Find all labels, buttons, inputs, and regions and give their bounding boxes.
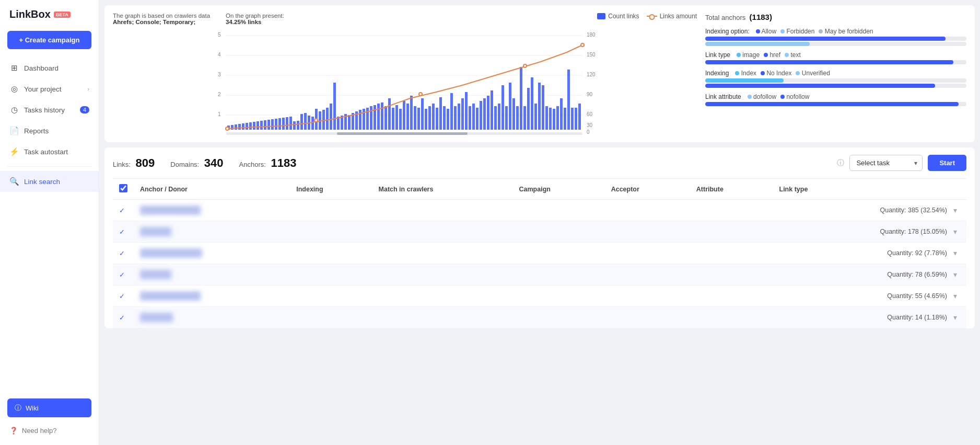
acceptor-cell <box>605 200 690 221</box>
svg-text:0: 0 <box>587 129 590 135</box>
wiki-button[interactable]: ⓘ Wiki <box>7 398 91 417</box>
stat-row-link-type: Link type image href text <box>705 51 966 64</box>
svg-rect-75 <box>436 108 438 130</box>
svg-rect-26 <box>256 121 259 130</box>
svg-rect-100 <box>527 88 530 130</box>
indexing-cell <box>290 221 372 243</box>
anchor-cell: a blurred <box>134 307 290 328</box>
anchor-cell: blurred anchor long <box>134 243 290 264</box>
svg-rect-101 <box>531 77 533 130</box>
index-dot <box>735 71 739 75</box>
image-dot <box>737 53 741 57</box>
sidebar-item-link-search[interactable]: 🔍 Link search <box>0 171 99 192</box>
svg-rect-91 <box>494 106 497 130</box>
link-type-cell: Quantity: 92 (7.78%) ▾ <box>773 243 966 264</box>
sidebar-item-dashboard[interactable]: ⊞ Dashboard <box>0 58 99 78</box>
col-link-type: Link type <box>773 179 966 200</box>
expand-row-button[interactable]: ▾ <box>950 291 960 301</box>
select-task-dropdown[interactable]: Select task <box>849 155 923 171</box>
top-panel: The graph is based on crawlers data Ahre… <box>104 5 975 142</box>
row-check-cell[interactable]: ✓ <box>113 200 134 221</box>
svg-text:180: 180 <box>587 32 596 38</box>
svg-rect-33 <box>282 118 285 130</box>
chart-svg: 5 4 3 2 1 180 150 120 90 60 30 0 <box>113 30 697 135</box>
svg-rect-79 <box>450 93 453 130</box>
expand-row-button[interactable]: ▾ <box>950 248 960 258</box>
image-bar-track <box>705 60 966 64</box>
sidebar-item-reports[interactable]: 📄 Reports <box>0 120 99 141</box>
row-check-cell[interactable]: ✓ <box>113 264 134 286</box>
svg-rect-86 <box>476 108 479 130</box>
sidebar-bottom: ⓘ Wiki ❓ Need help? <box>0 389 99 445</box>
chart-visualization: 5 4 3 2 1 180 150 120 90 60 30 0 <box>113 30 697 135</box>
svg-rect-29 <box>267 120 270 130</box>
info-icon[interactable]: ⓘ <box>837 158 844 168</box>
svg-text:1: 1 <box>218 111 221 117</box>
row-check-cell[interactable]: ✓ <box>113 286 134 307</box>
link-type-cell: Quantity: 14 (1.18%) ▾ <box>773 307 966 328</box>
svg-rect-58 <box>374 105 376 130</box>
sidebar-item-task-autostart[interactable]: ⚡ Task autostart <box>0 141 99 162</box>
total-anchors-value: (1183) <box>750 13 772 21</box>
svg-rect-24 <box>249 122 252 130</box>
expand-row-button[interactable]: ▾ <box>950 269 960 280</box>
need-help-link[interactable]: ❓ Need help? <box>0 421 99 440</box>
svg-rect-78 <box>447 109 449 130</box>
stats-panel: Total anchors (1183) Indexing option: Al… <box>705 13 966 135</box>
need-help-label: Need help? <box>22 427 57 435</box>
links-label: Links: <box>113 161 131 168</box>
expand-row-button[interactable]: ▾ <box>950 312 960 323</box>
campaign-cell <box>512 243 604 264</box>
svg-rect-67 <box>406 104 409 130</box>
dofollow-dot <box>748 95 752 99</box>
svg-rect-99 <box>523 106 526 130</box>
stat-label-indexing-option: Indexing option: Allow Forbidden May be … <box>705 28 966 35</box>
row-check-cell[interactable]: ✓ <box>113 307 134 328</box>
svg-rect-45 <box>326 108 329 130</box>
row-check-icon: ✓ <box>119 292 125 300</box>
svg-rect-51 <box>348 115 351 130</box>
row-check-cell[interactable]: ✓ <box>113 221 134 243</box>
select-all-checkbox[interactable] <box>119 184 127 192</box>
attribute-cell <box>690 221 773 243</box>
select-all-cell[interactable] <box>113 179 134 200</box>
anchor-cell: blurred anchor text <box>134 286 290 307</box>
expand-row-button[interactable]: ▾ <box>950 226 960 237</box>
allow-bar <box>705 37 946 41</box>
links-stat: Links: 809 <box>113 156 155 170</box>
anchor-value: blur <box>140 270 171 279</box>
svg-rect-88 <box>483 98 486 130</box>
text-dot <box>785 53 789 57</box>
svg-rect-70 <box>417 108 420 130</box>
anchors-stat: Anchors: 1183 <box>239 156 297 170</box>
svg-rect-103 <box>538 83 541 130</box>
sidebar-item-tasks-history[interactable]: ◷ Tasks history 4 <box>0 99 99 120</box>
anchor-value: blurred anchor long <box>140 248 202 258</box>
svg-rect-87 <box>480 101 482 130</box>
anchor-value: blurred anchor text <box>140 206 201 215</box>
col-match-crawlers: Match in crawlers <box>372 179 513 200</box>
logo: LinkBox BETA <box>0 0 99 27</box>
indexing-cell <box>290 286 372 307</box>
stat-row-indexing-option: Indexing option: Allow Forbidden May be … <box>705 28 966 46</box>
sidebar-item-project[interactable]: ◎ Your project › <box>0 78 99 99</box>
svg-rect-93 <box>501 85 504 130</box>
sidebar: LinkBox BETA + Create campaign ⊞ Dashboa… <box>0 0 99 445</box>
svg-rect-68 <box>410 96 413 130</box>
create-campaign-button[interactable]: + Create campaign <box>7 31 91 49</box>
start-button[interactable]: Start <box>928 155 966 171</box>
svg-rect-65 <box>399 109 402 130</box>
expand-row-button[interactable]: ▾ <box>950 205 960 215</box>
links-value: 809 <box>136 156 155 169</box>
row-check-cell[interactable]: ✓ <box>113 243 134 264</box>
svg-rect-61 <box>384 106 387 130</box>
legend-bar-label: Count links <box>608 13 639 20</box>
svg-text:150: 150 <box>587 52 596 58</box>
svg-rect-84 <box>469 106 471 130</box>
svg-rect-60 <box>381 102 383 130</box>
svg-rect-69 <box>414 106 416 130</box>
stat-label-link-attribute: Link attribute dofollow nofollow <box>705 93 966 100</box>
anchor-cell: blur <box>134 264 290 286</box>
svg-rect-104 <box>542 85 544 130</box>
svg-text:2: 2 <box>218 92 221 97</box>
